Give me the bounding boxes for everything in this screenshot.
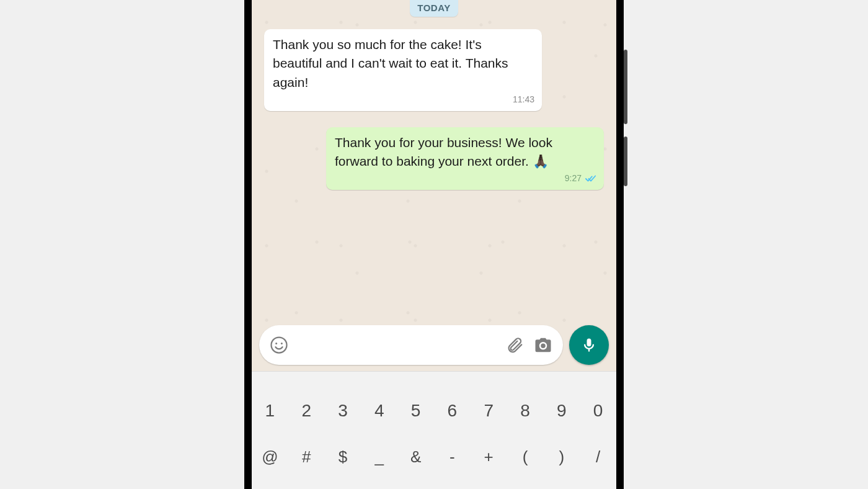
soft-keyboard: 1 2 3 4 5 6 7 8 9 0 @ # $ _ & - [252,371,616,489]
message-bubble-incoming[interactable]: Thank you so much for the cake! It's bea… [264,29,542,111]
key-dollar[interactable]: $ [328,447,358,467]
microphone-icon [580,336,598,354]
message-input-bar [252,325,616,371]
key-hyphen[interactable]: - [437,447,467,467]
key-6[interactable]: 6 [437,401,467,421]
key-plus[interactable]: + [474,447,503,467]
key-at[interactable]: @ [255,447,285,467]
key-9[interactable]: 9 [547,401,577,421]
keyboard-row-1: 1 2 3 4 5 6 7 8 9 0 [252,388,616,434]
message-bubble-outgoing[interactable]: Thank you for your business! We look for… [326,127,604,190]
camera-icon[interactable] [532,334,554,356]
key-paren-open[interactable]: ( [510,447,540,467]
key-3[interactable]: 3 [328,401,358,421]
key-slash[interactable]: / [583,447,613,467]
keyboard-row-2: @ # $ _ & - + ( ) / [252,434,616,480]
key-4[interactable]: 4 [365,401,394,421]
svg-point-1 [275,343,277,344]
key-paren-close[interactable]: ) [547,447,577,467]
message-input[interactable] [296,325,497,365]
key-7[interactable]: 7 [474,401,503,421]
paperclip-icon[interactable] [503,334,526,356]
key-1[interactable]: 1 [255,401,285,421]
key-0[interactable]: 0 [583,401,613,421]
message-text: Thank you so much for the cake! It's bea… [273,37,508,89]
key-8[interactable]: 8 [510,401,540,421]
message-input-pill [259,325,563,365]
message-time: 9:27 [565,172,582,184]
emoji-icon[interactable] [268,334,290,356]
microphone-button[interactable] [569,325,609,365]
key-underscore[interactable]: _ [365,447,394,467]
message-text: Thank you for your business! We look for… [335,135,552,168]
key-5[interactable]: 5 [401,401,431,421]
phone-screen: TODAY Thank you so much for the cake! It… [252,0,616,489]
key-ampersand[interactable]: & [401,447,431,467]
svg-point-0 [272,338,287,353]
phone-frame: TODAY Thank you so much for the cake! It… [244,0,624,489]
svg-point-2 [281,343,283,344]
double-check-icon [585,175,596,182]
key-2[interactable]: 2 [291,401,321,421]
date-separator: TODAY [410,0,458,17]
message-time: 11:43 [513,93,534,105]
power-button[interactable] [624,137,627,186]
key-hash[interactable]: # [291,447,321,467]
volume-button[interactable] [624,50,627,124]
